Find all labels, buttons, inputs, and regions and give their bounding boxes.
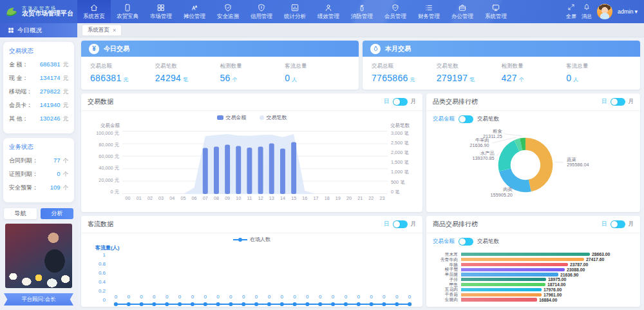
app-window: 古荡农贸市场 农贸市场管理平台 系统首页农贸宝典市场管理摊位管理安全追溯信用管理… — [0, 0, 644, 310]
summary-card-title: 本月交易 — [385, 44, 411, 53]
nav-item-home[interactable]: 系统首页 — [77, 0, 111, 23]
nav-item-stall[interactable]: 摊位管理 — [178, 0, 211, 23]
flow-panel-title: 客流数据 — [88, 220, 113, 229]
category-day-month-toggle[interactable] — [611, 98, 625, 106]
metric-交易笔数: 交易笔数24294笔 — [155, 63, 220, 84]
leaf-logo-icon — [4, 4, 19, 19]
trade-status-title: 交易状态 — [9, 47, 68, 55]
svg-text:0: 0 — [191, 294, 194, 300]
nav-item-grid[interactable]: 市场管理 — [144, 0, 178, 23]
status-row: 移动端：279822元 — [9, 88, 68, 96]
nav-item-label: 会员管理 — [384, 13, 406, 21]
nav-item-list[interactable]: 财务管理 — [412, 0, 446, 23]
nav-item-label: 农贸宝典 — [117, 13, 138, 21]
svg-text:0: 0 — [345, 294, 348, 300]
brand-logo[interactable]: 古荡农贸市场 农贸市场管理平台 — [0, 0, 77, 23]
metric-客流总量: 客流总量0人 — [285, 63, 350, 84]
content-area: 系统首页 × ¥今日交易交易总额686381元交易笔数24294笔检测数量56个… — [77, 23, 644, 310]
nav-item-chart[interactable]: 统计分析 — [278, 0, 312, 23]
nav-item-extinguisher[interactable]: 消防管理 — [345, 0, 379, 23]
nav-mode-button[interactable]: 导航 — [4, 208, 37, 219]
tab-system-home[interactable]: 系统首页 × — [82, 25, 121, 35]
trade-day-month-toggle[interactable] — [393, 98, 408, 106]
main-nav: 系统首页农贸宝典市场管理摊位管理安全追溯信用管理统计分析绩效管理消防管理会员管理… — [77, 0, 513, 23]
svg-text:0: 0 — [166, 294, 169, 300]
svg-text:蔬菜295586.04: 蔬菜295586.04 — [567, 157, 589, 168]
svg-text:0: 0 — [178, 294, 182, 300]
advisor-photo — [5, 224, 72, 288]
svg-text:0: 0 — [216, 294, 220, 300]
user-menu[interactable]: admin ▾ — [618, 8, 638, 15]
flow-day-month-toggle[interactable] — [393, 220, 408, 228]
month-trade-card: 本月交易交易总额7765866元交易笔数279197笔检测数量427个客流总量0… — [363, 41, 640, 90]
status-row: 会员卡：141940元 — [9, 101, 68, 110]
svg-text:0: 0 — [204, 294, 207, 300]
badge-check-icon — [391, 3, 400, 12]
product-amount-count-toggle[interactable] — [459, 238, 473, 246]
metric-交易笔数: 交易笔数279197笔 — [437, 63, 502, 84]
nav-item-label: 市场管理 — [150, 13, 172, 21]
advisor-ribbon[interactable]: 平台顾问:会长 — [4, 293, 73, 305]
svg-text:0: 0 — [370, 294, 373, 300]
analysis-mode-button[interactable]: 分析 — [41, 208, 73, 219]
nav-item-badge-check[interactable]: 会员管理 — [379, 0, 412, 23]
stall-icon — [190, 3, 199, 12]
svg-text:0: 0 — [408, 294, 412, 300]
customer-flow-panel: 客流数据 日 月 在场人数 客流量( — [81, 216, 422, 307]
shield-icon — [257, 3, 266, 12]
grid-small-icon — [8, 27, 14, 34]
extinguisher-icon — [357, 3, 366, 12]
dashboard: ¥今日交易交易总额686381元交易笔数24294笔检测数量56个客流总量0人本… — [77, 37, 644, 310]
legend-count-marker — [260, 115, 264, 120]
chart-icon — [290, 3, 299, 12]
tablet-icon — [123, 3, 132, 12]
user-avatar[interactable] — [597, 4, 612, 19]
nav-item-shield[interactable]: 信用管理 — [245, 0, 278, 23]
svg-text:粮食21311.25: 粮食21311.25 — [483, 128, 502, 140]
svg-text:0: 0 — [268, 294, 271, 300]
category-amount-count-toggle[interactable] — [459, 115, 473, 123]
svg-text:肉类155905.20: 肉类155905.20 — [491, 186, 513, 198]
product-bar-row: 金腿肉16884.00 — [430, 297, 634, 302]
nav-item-label: 消防管理 — [351, 13, 373, 21]
product-hbar-chart: 黑木耳28663.00去骨牛肉27417.60牛腩23787.00梭子蟹2308… — [426, 247, 640, 307]
fullscreen-button[interactable]: 全屏 — [566, 3, 576, 20]
brand-line2: 农贸市场管理平台 — [22, 10, 73, 17]
metric-客流总量: 客流总量0人 — [566, 63, 631, 84]
svg-text:0: 0 — [128, 294, 131, 300]
close-icon[interactable]: × — [113, 27, 116, 34]
summary-cards-row: ¥今日交易交易总额686381元交易笔数24294笔检测数量56个客流总量0人本… — [81, 41, 640, 90]
category-donut-chart: 蔬菜295586.04肉类155905.20水产品139370.85牛羊肉216… — [426, 124, 640, 212]
svg-text:0: 0 — [281, 294, 284, 300]
messages-button[interactable]: 消息 — [582, 3, 592, 20]
nav-item-shield-check[interactable]: 安全追溯 — [211, 0, 245, 23]
nav-item-person[interactable]: 绩效管理 — [312, 0, 345, 23]
svg-text:0: 0 — [319, 294, 322, 300]
today-trade-card: ¥今日交易交易总额686381元交易笔数24294笔检测数量56个客流总量0人 — [81, 41, 359, 90]
nav-item-label: 系统管理 — [485, 13, 507, 21]
product-day-month-toggle[interactable] — [611, 220, 625, 228]
nav-item-tablet[interactable]: 农贸宝典 — [111, 0, 144, 23]
nav-item-label: 统计分析 — [284, 13, 306, 21]
business-status-title: 业务状态 — [9, 143, 68, 151]
svg-text:0: 0 — [229, 294, 232, 300]
nav-item-briefcase[interactable]: 办公管理 — [446, 0, 479, 23]
fullscreen-icon — [567, 3, 575, 12]
nav-item-label: 绩效管理 — [317, 13, 339, 21]
product-rank-panel: 商品交易排行榜 日 月 交易金额 交易笔数 黑木耳28 — [426, 216, 640, 307]
svg-text:0: 0 — [140, 294, 143, 300]
svg-text:0: 0 — [395, 294, 399, 300]
svg-text:水产品139370.85: 水产品139370.85 — [472, 150, 494, 162]
trade-status-card: 交易状态 金 额：686381元现 金：134174元移动端：279822元会员… — [3, 42, 74, 133]
business-status-card: 业务状态 合同到期：77个证照到期：0个安全预警：109个 — [3, 138, 74, 202]
tab-bar: 系统首页 × — [77, 23, 644, 37]
sidebar-tab-today-overview[interactable]: 今日概况 — [0, 23, 77, 37]
nav-item-label: 财务管理 — [418, 13, 440, 21]
status-row: 安全预警：109个 — [9, 184, 68, 192]
nav-item-monitor[interactable]: 系统管理 — [479, 0, 513, 23]
navbar-right: 全屏 消息 admin ▾ — [566, 0, 644, 23]
legend-amount-marker — [217, 115, 223, 120]
yen-circle-icon: ¥ — [89, 44, 99, 54]
svg-text:0: 0 — [306, 294, 309, 300]
status-row: 合同到期：77个 — [9, 157, 68, 165]
